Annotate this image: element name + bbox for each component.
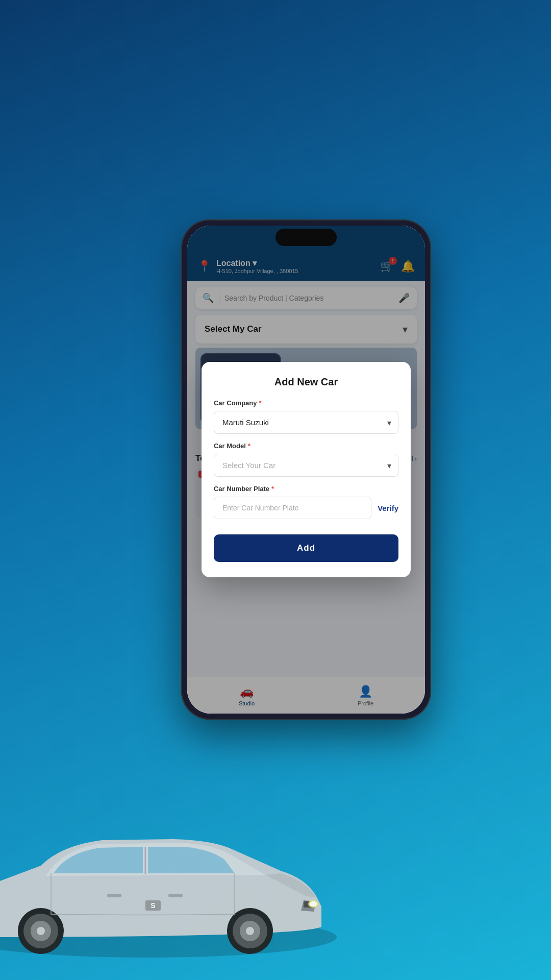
car-background-image: S (0, 764, 347, 980)
svg-point-4 (310, 901, 317, 906)
svg-text:S: S (151, 901, 155, 910)
add-car-modal: Add New Car Car Company * Maruti Suzuki … (202, 362, 411, 577)
car-company-select[interactable]: Maruti Suzuki (214, 411, 398, 434)
svg-point-13 (246, 927, 254, 935)
car-model-label: Car Model * (214, 442, 398, 450)
svg-rect-17 (168, 894, 183, 897)
car-company-group: Car Company * Maruti Suzuki ▾ (214, 399, 398, 434)
svg-point-9 (37, 927, 45, 935)
car-model-select-wrapper: Select Your Car ▾ (214, 454, 398, 477)
svg-rect-16 (107, 894, 121, 897)
car-number-input[interactable] (214, 497, 371, 519)
phone-screen: 📍 Location ▾ H-510, Jodhpur Village, , 3… (187, 226, 425, 714)
required-star-plate: * (271, 485, 274, 493)
car-company-select-wrapper: Maruti Suzuki ▾ (214, 411, 398, 434)
required-star-model: * (248, 442, 251, 450)
modal-overlay: Add New Car Car Company * Maruti Suzuki … (187, 226, 425, 714)
verify-button[interactable]: Verify (378, 504, 398, 512)
car-model-select[interactable]: Select Your Car (214, 454, 398, 477)
car-company-label: Car Company * (214, 399, 398, 407)
phone-frame: 📍 Location ▾ H-510, Jodhpur Village, , 3… (181, 219, 431, 720)
add-button[interactable]: Add (214, 534, 398, 562)
required-star-company: * (259, 399, 261, 407)
car-number-label: Car Number Plate * (214, 485, 398, 493)
number-plate-row: Verify (214, 497, 398, 519)
car-model-group: Car Model * Select Your Car ▾ (214, 442, 398, 477)
car-number-group: Car Number Plate * Verify (214, 485, 398, 519)
modal-title: Add New Car (214, 376, 398, 388)
